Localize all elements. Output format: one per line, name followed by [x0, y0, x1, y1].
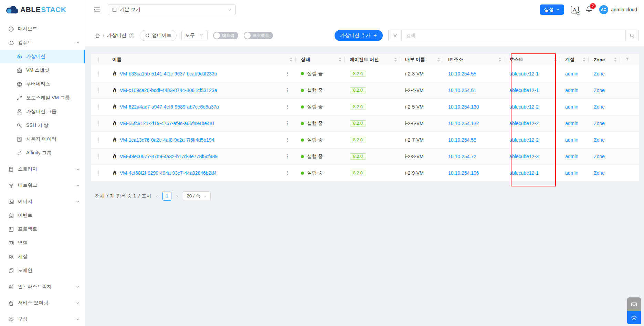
row-actions-kebab-icon[interactable]: ⋮ — [285, 120, 290, 126]
row-checkbox[interactable] — [98, 153, 99, 160]
prev-page-button[interactable]: ‹ — [155, 193, 159, 199]
column-header-account[interactable]: 계정 — [560, 54, 588, 65]
account-link[interactable]: admin — [565, 154, 578, 159]
vm-name-link[interactable]: VM-4ef68f2f-9290-494a-93c7-44a02846b2d4 — [120, 170, 217, 176]
sidebar-item-projects[interactable]: 프로젝트 — [0, 222, 85, 236]
ip-link[interactable]: 10.10.254.55 — [448, 71, 476, 77]
sidebar-item-infrastructure[interactable]: 인프라스트럭쳐 — [0, 280, 85, 294]
help-icon[interactable]: ? — [129, 33, 134, 38]
zone-link[interactable]: Zone — [594, 137, 605, 143]
create-button[interactable]: 생성 — [540, 4, 564, 15]
zone-link[interactable]: Zone — [594, 104, 605, 110]
brand-logo[interactable]: ABLE STACK — [0, 0, 85, 19]
sidebar-item-roles[interactable]: 역할 — [0, 236, 85, 250]
column-header-status[interactable]: 상태 — [295, 54, 344, 65]
select-all-checkbox[interactable] — [98, 57, 99, 63]
sidebar-item-images[interactable]: 이미지 — [0, 195, 85, 208]
column-header-internal-name[interactable]: 내부 이름 — [400, 54, 443, 65]
vm-name-link[interactable]: VM-b33ca15b-5141-4f1c-9637-bcab9c0f233b — [120, 71, 217, 77]
zone-link[interactable]: Zone — [594, 154, 605, 159]
sidebar-item-storage[interactable]: 스토리지 — [0, 162, 85, 176]
ip-link[interactable]: 10.10.254.61 — [448, 88, 476, 93]
search-input[interactable] — [402, 30, 625, 41]
user-menu[interactable]: AC admin cloud — [599, 5, 637, 14]
sidebar-item-affinity-groups[interactable]: Affinity 그룹 — [0, 146, 85, 160]
search-icon[interactable] — [625, 30, 638, 41]
sidebar-item-vm-snapshots[interactable]: VM 스냅샷 — [0, 63, 85, 77]
sidebar-item-user-data[interactable]: 사용자 데이터 — [0, 132, 85, 146]
vm-name-link[interactable]: VM-49ec0677-37d9-4a32-b17d-3e778f5cf989 — [120, 154, 218, 159]
sidebar-item-vm-groups[interactable]: 가상머신 그룹 — [0, 105, 85, 119]
vm-name-link[interactable]: VM-622a4ac7-a947-4ef6-9589-ab7ce6d8a37a — [120, 104, 219, 110]
row-checkbox[interactable] — [98, 87, 99, 93]
ip-link[interactable]: 10.10.254.130 — [448, 104, 479, 110]
account-link[interactable]: admin — [565, 88, 578, 93]
row-actions-kebab-icon[interactable]: ⋮ — [285, 153, 290, 160]
ip-link[interactable]: 10.10.254.132 — [448, 121, 479, 126]
column-header-name[interactable]: 이름 — [107, 54, 295, 65]
translate-icon[interactable]: A+ — [571, 6, 579, 13]
ip-link[interactable]: 10.10.254.58 — [448, 137, 476, 143]
account-link[interactable]: admin — [565, 121, 578, 126]
row-actions-kebab-icon[interactable]: ⋮ — [285, 71, 290, 77]
sidebar-item-network[interactable]: 네트워크 — [0, 179, 85, 192]
row-actions-kebab-icon[interactable]: ⋮ — [285, 104, 290, 110]
view-select[interactable]: 기본 보기 — [108, 4, 236, 15]
ip-link[interactable]: 10.10.254.72 — [448, 154, 476, 159]
column-header-host[interactable]: 호스트 — [504, 54, 560, 65]
zone-link[interactable]: Zone — [594, 121, 605, 126]
host-link[interactable]: ablecube12-1 — [509, 170, 539, 176]
sidebar-item-configuration[interactable]: 구성 — [0, 312, 85, 326]
zone-link[interactable]: Zone — [594, 71, 605, 77]
account-link[interactable]: admin — [565, 137, 578, 143]
menu-fold-icon[interactable] — [94, 7, 100, 13]
vm-name-link[interactable]: VM-56fc9121-2f19-4757-af9c-a66f494be481 — [120, 121, 215, 126]
host-link[interactable]: ablecube12-1 — [509, 88, 539, 93]
account-link[interactable]: admin — [565, 170, 578, 176]
sidebar-item-kubernetes[interactable]: 쿠버네티스 — [0, 77, 85, 91]
sidebar-item-compute[interactable]: 컴퓨트 — [0, 36, 85, 50]
row-checkbox[interactable] — [98, 104, 99, 110]
notification-bell[interactable]: 2 — [585, 6, 592, 14]
sidebar-item-virtual-machines[interactable]: 가상머신 — [0, 50, 85, 63]
keyboard-shortcuts-button[interactable] — [627, 297, 641, 311]
account-link[interactable]: admin — [565, 104, 578, 110]
row-checkbox[interactable] — [98, 71, 99, 77]
row-checkbox[interactable] — [98, 120, 99, 126]
row-actions-kebab-icon[interactable]: ⋮ — [285, 87, 290, 93]
vm-name-link[interactable]: VM-1ca13c76-0a2c-4af8-9c2a-7f5ff4d5b194 — [120, 137, 214, 143]
column-header-agent-version[interactable]: 에이전트 버전 — [344, 54, 400, 65]
sidebar-item-accounts[interactable]: 계정 — [0, 250, 85, 264]
row-actions-kebab-icon[interactable]: ⋮ — [285, 137, 290, 143]
sidebar-item-events[interactable]: 이벤트 — [0, 208, 85, 222]
sidebar-item-dashboard[interactable]: 대시보드 — [0, 22, 85, 36]
host-link[interactable]: ablecube12-2 — [509, 137, 539, 143]
page-size-select[interactable]: 20 / 쪽 — [183, 191, 211, 201]
row-checkbox[interactable] — [98, 170, 99, 176]
ip-link[interactable]: 10.10.254.196 — [448, 170, 479, 176]
sidebar-item-autoscale-vm-groups[interactable]: 오토스케일 VM 그룹 — [0, 91, 85, 105]
sidebar-item-ssh-key-pairs[interactable]: SSH 키 쌍 — [0, 119, 85, 132]
column-filter-icon[interactable] — [625, 57, 630, 61]
column-header-zone[interactable]: Zone — [588, 54, 620, 65]
host-link[interactable]: ablecube12-2 — [509, 121, 539, 126]
metric-toggle[interactable]: 메트릭 — [213, 32, 238, 39]
update-button[interactable]: 업데이트 — [140, 30, 177, 41]
host-link[interactable]: ablecube12-3 — [509, 154, 539, 159]
vm-name-link[interactable]: VM-c109ce20-bcdf-4483-8744-3061cf53123e — [120, 88, 217, 93]
zone-link[interactable]: Zone — [594, 88, 605, 93]
add-vm-button[interactable]: 가상머신 추가 — [335, 30, 383, 41]
zone-link[interactable]: Zone — [594, 170, 605, 176]
row-actions-kebab-icon[interactable]: ⋮ — [285, 170, 290, 176]
settings-button[interactable] — [627, 311, 641, 324]
project-toggle[interactable]: 프로젝트 — [244, 32, 273, 39]
host-link[interactable]: ablecube12-2 — [509, 104, 539, 110]
page-number[interactable]: 1 — [162, 192, 171, 201]
sidebar-item-service-offerings[interactable]: 서비스 오퍼링 — [0, 296, 85, 310]
row-checkbox[interactable] — [98, 137, 99, 143]
home-icon[interactable] — [95, 33, 100, 38]
account-link[interactable]: admin — [565, 71, 578, 77]
host-link[interactable]: ablecube12-1 — [509, 71, 539, 77]
next-page-button[interactable]: › — [175, 193, 179, 199]
scope-filter-select[interactable]: 모두 — [181, 30, 208, 41]
